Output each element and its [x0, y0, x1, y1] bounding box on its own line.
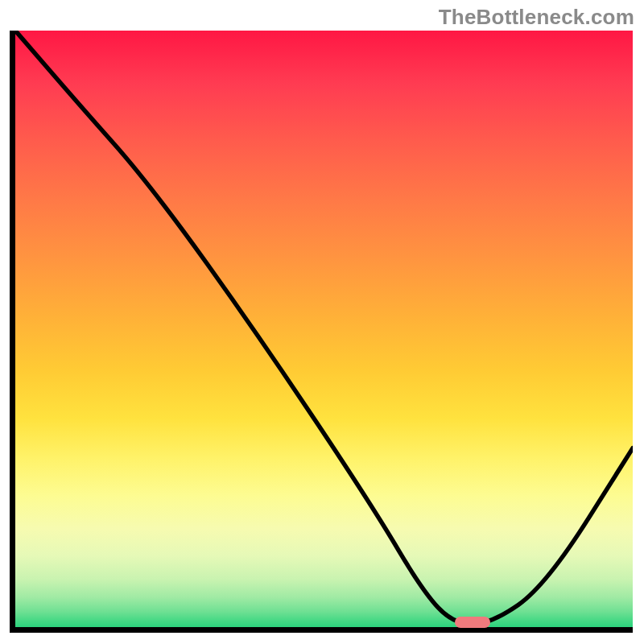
- chart-container: TheBottleneck.com: [0, 0, 644, 644]
- watermark-text: TheBottleneck.com: [439, 5, 634, 30]
- plot-area: [10, 31, 633, 633]
- bottleneck-curve: [15, 31, 633, 627]
- optimal-marker: [455, 617, 490, 628]
